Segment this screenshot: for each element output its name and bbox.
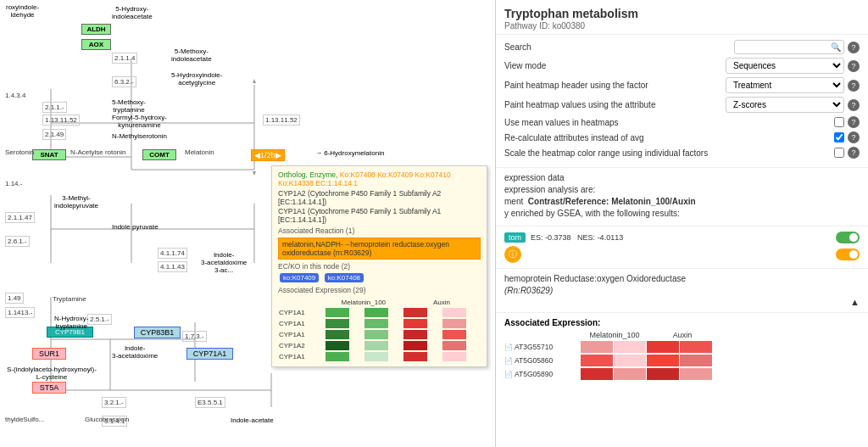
enzyme-aox[interactable]: AOX xyxy=(81,39,111,50)
ec-2147: 2.1.1.47 xyxy=(5,212,35,223)
pathway-panel: 5-Hydroxy-indoleacetate ALDH AOX roxyind… xyxy=(0,0,496,447)
popup-heatmap-cell xyxy=(364,318,403,329)
search-input[interactable] xyxy=(734,40,844,54)
pathway-popup: Ortholog, Enzyme, Ko:K07408 Ko:K07409 Ko… xyxy=(271,165,487,367)
popup-heatmap-row-label: CYP1A2 xyxy=(278,340,325,351)
gsea-section: tom ES: -0.3738 NES: -4.0113 ⓘ xyxy=(496,226,868,269)
assoc-hcell xyxy=(647,341,679,353)
paint-header-help-icon[interactable]: ? xyxy=(848,80,860,92)
popup-ko-btn2[interactable]: ko:K07408 xyxy=(325,273,364,282)
ec-11312: 1.13.11.52 xyxy=(42,115,80,126)
paint-values-row: Paint heatmap values using the attribute… xyxy=(504,97,860,113)
ec-149: 1.49 xyxy=(5,293,24,304)
recalc-row: Re-calculate attributes instead of avg ? xyxy=(504,131,860,143)
popup-title: Ortholog, Enzyme, Ko:K07408 Ko:K07409 Ko… xyxy=(278,170,481,187)
heatmap-col1: Melatonin_100 xyxy=(581,331,648,339)
reaction-detail-section: hemoprotein Reductase:oxygen Oxidoreduct… xyxy=(496,269,868,313)
popup-heatmap-row-label: CYP1A1 xyxy=(278,307,325,318)
ec-1434: 1.4.3.4 xyxy=(5,92,25,99)
assoc-gene-label: 📄AT5G05860 xyxy=(504,356,581,365)
view-mode-label: View mode xyxy=(504,61,726,70)
recalc-checkbox[interactable] xyxy=(834,132,844,142)
right-panel: Tryptophan metabolism Pathway ID: ko0038… xyxy=(496,0,868,447)
compound-sindolylaceto: S-(indolylaceto-hydroxymoyl)-L-cysteine xyxy=(5,365,98,382)
enzyme-cyp83b1[interactable]: CYP83B1 xyxy=(134,327,181,338)
nav-arrow-1-2b[interactable]: ◀1/2b▶ xyxy=(251,149,285,161)
popup-heatmap-cell xyxy=(325,307,364,318)
compound-indole-3-acetaldoxime: Indole-3-acetaldoxime3-ac... xyxy=(199,250,248,275)
compound-formyl-5hydroxy: Formyl-5-hydroxy-kynurenamine xyxy=(110,113,169,130)
gsea-row: tom ES: -0.3738 NES: -4.0113 xyxy=(504,232,860,243)
paint-values-help-icon[interactable]: ? xyxy=(848,99,860,111)
popup-ko-btn1[interactable]: ko:K07409 xyxy=(280,273,319,282)
mean-values-help-icon[interactable]: ? xyxy=(848,116,860,128)
popup-heatmap: Melatonin_100 Auxin CYP1A1CYP1A1CYP1A1CY… xyxy=(278,298,481,362)
scale-checkbox[interactable] xyxy=(834,148,844,158)
gsea-toggle1[interactable] xyxy=(836,232,860,243)
compound-5methoxy-indoleacetate: 5-Methoxy-indoleacetate xyxy=(170,47,214,64)
popup-heatmap-cell xyxy=(442,318,481,329)
compound-5hydroxy-indoleacetylglycine: 5-Hydroxyindole-acetyglycine xyxy=(170,70,224,87)
popup-heatmap-cell xyxy=(364,351,403,362)
expression-data-line: expression data xyxy=(504,173,860,182)
assoc-hcell xyxy=(647,355,679,366)
enzyme-cyp71a1[interactable]: CYP71A1 xyxy=(186,348,233,360)
popup-reaction-text[interactable]: melatonin,NADPH-→hemoprotein reductase:o… xyxy=(278,237,481,260)
text-tryptamine: Tryptamine xyxy=(53,295,86,303)
enzyme-snat[interactable]: SNAT xyxy=(32,149,66,160)
expand-arrow[interactable]: ▲ xyxy=(850,297,860,307)
svg-marker-12 xyxy=(253,79,256,83)
heatmap-col2: Auxin xyxy=(648,331,716,339)
ec-4174: 4.1.1.74 xyxy=(158,248,187,259)
search-icon: 🔍 xyxy=(831,42,841,52)
enzyme-comt[interactable]: COMT xyxy=(142,149,176,160)
ec-11352: 1.13.11.52 xyxy=(263,115,300,126)
popup-heatmap-cell xyxy=(325,351,364,362)
paint-header-row: Paint heatmap header using the factor Tr… xyxy=(504,77,860,93)
mean-values-label: Use mean values in heatmaps xyxy=(504,118,834,127)
popup-heatmap-cell xyxy=(325,340,364,351)
ec-3551: E3.5.5.1 xyxy=(195,397,225,408)
popup-enzyme2: CYP1A1 (Cytochrome P450 Family 1 Subfami… xyxy=(278,207,481,224)
assoc-hcell xyxy=(680,355,712,366)
view-mode-select[interactable]: Sequences xyxy=(726,58,844,74)
view-mode-help-icon[interactable]: ? xyxy=(848,60,860,72)
scale-help-icon[interactable]: ? xyxy=(848,147,860,159)
popup-expression-label: Associated Expression (29) xyxy=(278,286,481,294)
popup-heatmap-cell xyxy=(442,307,481,318)
compound-5hydroxy-indole: 5-Hydroxy-indoleacetate xyxy=(110,4,154,21)
panel-title: Tryptophan metabolism xyxy=(504,7,860,20)
recalc-help-icon[interactable]: ? xyxy=(848,131,860,143)
popup-heatmap-cell xyxy=(403,318,442,329)
popup-heatmap-cell xyxy=(403,329,442,340)
paint-header-select[interactable]: Treatment xyxy=(726,77,844,93)
recalc-label: Re-calculate attributes instead of avg xyxy=(504,133,834,142)
popup-heatmap-cell xyxy=(325,318,364,329)
reaction-title-line: hemoprotein Reductase:oxygen Oxidoreduct… xyxy=(504,274,860,283)
ec-114: 1.14.- xyxy=(5,180,22,187)
main-container: 5-Hydroxy-indoleacetate ALDH AOX roxyind… xyxy=(0,0,868,447)
contrast-line: ment Contrast/Reference: Melatonin_100/A… xyxy=(504,197,860,206)
popup-heatmap-row-label: CYP1A1 xyxy=(278,318,325,329)
view-mode-row: View mode Sequences ? xyxy=(504,58,860,74)
compound-nhydroxy-tryptamine: N-Hydroxy-tryptamine xyxy=(53,314,90,331)
paint-values-select[interactable]: Z-scores xyxy=(726,97,844,113)
popup-reaction-label: Associated Reaction (1) xyxy=(278,226,481,235)
scale-label: Scale the heatmap color range using indi… xyxy=(504,148,834,158)
assoc-heatmap-cells xyxy=(581,368,713,380)
scale-row: Scale the heatmap color range using indi… xyxy=(504,147,860,159)
compound-indole-3-acetaldoxime2: Indole-3-acetaldoxime xyxy=(110,344,159,360)
panel-subtitle: Pathway ID: ko00380 xyxy=(504,21,860,31)
pathway-canvas[interactable]: 5-Hydroxy-indoleacetate ALDH AOX roxyind… xyxy=(0,0,495,447)
enzyme-sur1[interactable]: SUR1 xyxy=(32,348,66,360)
search-row: Search 🔍 ? xyxy=(504,40,860,54)
text-melatonin: Melatonin xyxy=(185,148,214,156)
search-help-icon[interactable]: ? xyxy=(848,42,860,53)
enzyme-st5a[interactable]: ST5A xyxy=(32,382,66,394)
mean-values-checkbox[interactable] xyxy=(834,117,844,127)
gsea-toggle2[interactable] xyxy=(836,249,860,260)
popup-heatmap-cell xyxy=(364,340,403,351)
enzyme-aldh[interactable]: ALDH xyxy=(81,24,111,35)
ec-321: 3.2.1.- xyxy=(102,397,126,408)
ec-632: 6.3.2.- xyxy=(112,76,136,87)
